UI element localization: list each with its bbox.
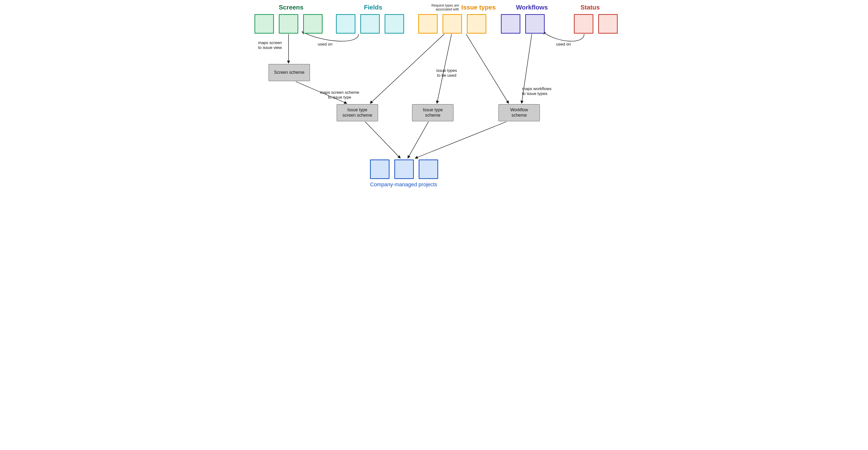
heading-projects: Company-managed projects xyxy=(370,181,437,188)
label-field-used-on-screen: used on xyxy=(318,42,333,47)
edge-itss-to-projects xyxy=(365,122,400,158)
screens-box xyxy=(279,14,298,34)
heading-issuetypes: Issue types xyxy=(461,4,496,11)
issuetypes-side-note: Request types are associated with xyxy=(430,3,459,11)
issuetypes-box xyxy=(442,14,462,34)
projects-box xyxy=(419,160,438,179)
fields-box xyxy=(384,14,404,34)
issue-type-screen-scheme-box: Issue type screen scheme xyxy=(337,104,378,121)
edge-wfs-to-projects xyxy=(415,122,506,158)
edge-issuetype-to-wfs xyxy=(466,34,509,104)
workflows-box xyxy=(525,14,545,34)
edge-its-to-projects xyxy=(408,122,428,158)
label-screen-to-screen-scheme: maps screen to issue view xyxy=(258,40,286,50)
screens-box xyxy=(303,14,322,34)
label-workflow-to-wfs: maps workflows to issue types xyxy=(522,86,559,96)
heading-status: Status xyxy=(581,4,600,11)
heading-workflows: Workflows xyxy=(516,4,548,11)
edge-issuetype-to-itss xyxy=(370,34,444,104)
label-status-used-on-workflow: used on xyxy=(556,42,571,47)
diagram-stage: Screens Fields Request types are associa… xyxy=(250,0,618,191)
projects-box xyxy=(370,160,390,179)
fields-box xyxy=(336,14,355,34)
label-screen-scheme-to-itss: maps screen scheme to issue type xyxy=(318,90,362,100)
heading-fields: Fields xyxy=(364,4,382,11)
workflow-scheme-box: Workflow scheme xyxy=(498,104,540,121)
issuetypes-box xyxy=(467,14,486,34)
status-box xyxy=(574,14,593,34)
issue-type-scheme-box: Issue type scheme xyxy=(412,104,454,121)
status-box xyxy=(598,14,618,34)
screens-box xyxy=(254,14,274,34)
heading-screens: Screens xyxy=(279,4,303,11)
fields-box xyxy=(360,14,380,34)
issuetypes-box xyxy=(418,14,438,34)
projects-box xyxy=(394,160,414,179)
screen-scheme-box: Screen scheme xyxy=(269,64,310,81)
workflows-box xyxy=(501,14,520,34)
label-issuetype-to-its: issue types to be used xyxy=(434,68,459,78)
